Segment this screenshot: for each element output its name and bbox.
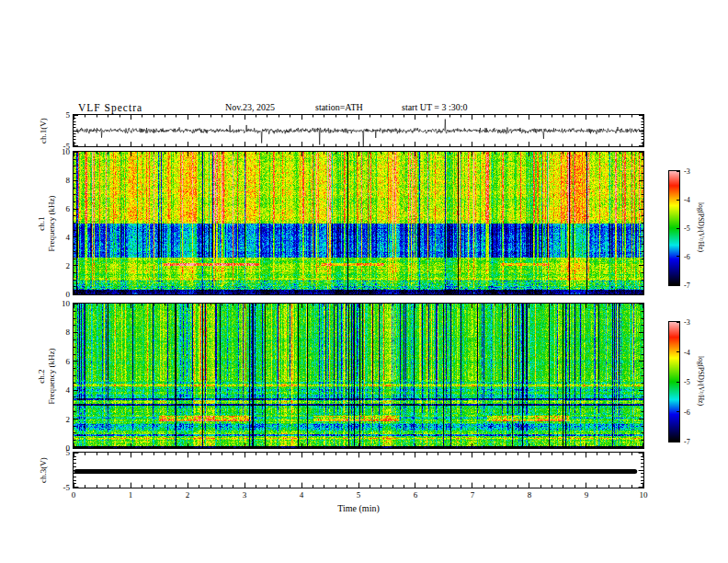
x-tick-label: 1 (121, 490, 140, 500)
x-tick-label: 5 (349, 490, 368, 500)
ch1-spectrogram-panel (73, 151, 644, 295)
colorbar-tick-label: -6 (684, 408, 704, 418)
x-tick-label: 4 (292, 490, 311, 500)
ch2-spectrogram-panel (73, 303, 644, 449)
y-tick-label: 4 (46, 385, 70, 395)
colorbar-tick-label: -5 (684, 224, 704, 234)
y-tick-label: 6 (46, 357, 70, 366)
y-tick-label: 2 (46, 415, 70, 424)
y-tick-label: 4 (46, 233, 70, 242)
vlf-spectra-figure: VLF Spectra Nov.23, 2025 station=ATH sta… (0, 0, 728, 563)
plot-station: station=ATH (315, 102, 363, 112)
colorbar-tick-label: -7 (684, 438, 704, 447)
ch3-ylabel: ch.3(V) (39, 457, 49, 483)
plot-start-ut: start UT = 3 :30:0 (402, 102, 468, 112)
plot-title: VLF Spectra (78, 102, 142, 113)
colorbar-tick-label: -4 (684, 349, 704, 358)
colorbar-tick-label: -3 (684, 318, 704, 327)
ch3-flatline-panel (73, 452, 644, 488)
y-tick-label: 0 (46, 290, 70, 299)
x-tick-label: 10 (634, 490, 653, 500)
y-tick-label: 8 (46, 176, 70, 185)
x-axis-label: Time (min) (337, 503, 379, 513)
y-tick-label: 5 (46, 448, 70, 457)
y-tick-label: 6 (46, 204, 70, 213)
colorbar-ch2 (668, 321, 680, 442)
x-tick-label: 3 (235, 490, 254, 500)
y-tick-label: -5 (46, 483, 70, 492)
y-tick-label: 5 (46, 110, 70, 120)
plot-date: Nov.23, 2025 (225, 102, 275, 112)
colorbar-ch1 (668, 170, 680, 286)
colorbar-tick-label: -6 (684, 253, 704, 262)
ch1-wave-ylabel: ch.1(V) (39, 118, 49, 144)
colorbar-tick-label: -4 (684, 196, 704, 205)
y-tick-label: 8 (46, 327, 70, 337)
ch1-waveform-panel (73, 114, 644, 147)
x-tick-label: 6 (406, 490, 425, 500)
x-tick-label: 2 (178, 490, 197, 500)
colorbar-tick-label: -3 (684, 167, 704, 177)
x-tick-label: 8 (520, 490, 539, 500)
y-tick-label: 10 (46, 299, 70, 308)
colorbar-tick-label: -5 (684, 378, 704, 387)
x-tick-label: 7 (463, 490, 482, 500)
colorbar-tick-label: -7 (684, 282, 704, 291)
y-tick-label: 2 (46, 261, 70, 270)
y-tick-label: 10 (46, 147, 70, 156)
x-tick-label: 9 (577, 490, 596, 500)
